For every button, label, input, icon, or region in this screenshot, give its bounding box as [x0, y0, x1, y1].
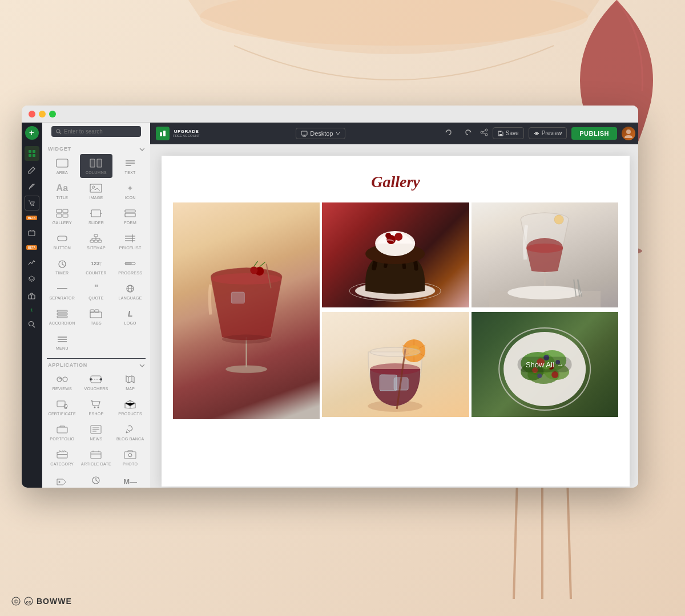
svg-rect-19	[90, 159, 95, 167]
svg-rect-29	[63, 214, 68, 217]
svg-rect-35	[58, 236, 67, 241]
user-avatar[interactable]	[622, 127, 635, 140]
upgrade-button[interactable]: UPGRADE FREE ACCOUNT	[173, 129, 200, 137]
widget-tabs[interactable]: TABS	[80, 305, 113, 329]
layers-icon[interactable]	[25, 271, 39, 286]
app-certificate[interactable]: CERTIFICATE	[46, 395, 79, 419]
preview-button[interactable]: Preview	[529, 127, 567, 139]
widget-language[interactable]: LANGUAGE	[114, 279, 147, 303]
svg-rect-37	[90, 240, 94, 242]
svg-rect-39	[98, 240, 102, 242]
close-dot[interactable]	[29, 111, 35, 117]
copyright-area: © cc BOWWE	[11, 597, 72, 606]
application-grid: REVIEWS VOUCHERS MAP CERTIFICATE	[42, 370, 150, 488]
svg-point-75	[98, 407, 99, 408]
widget-gallery[interactable]: GALLERY	[46, 204, 79, 228]
widget-icon[interactable]: ✦ ICON	[114, 179, 147, 203]
redo-button[interactable]	[461, 127, 476, 140]
widget-progress[interactable]: PROGRESS	[114, 254, 147, 278]
svg-point-122	[385, 233, 391, 238]
svg-rect-56	[57, 310, 67, 312]
widget-columns[interactable]: COLUMNS	[80, 154, 113, 178]
svg-point-139	[370, 347, 420, 356]
beta-badge-cart: BETA	[26, 216, 37, 220]
app-article-date[interactable]: ARTICLE DATE	[80, 445, 113, 469]
app-eshop[interactable]: ESHOP	[80, 395, 113, 419]
widget-title[interactable]: Aa TITLE	[46, 179, 79, 203]
undo-button[interactable]	[441, 127, 456, 140]
svg-rect-11	[29, 231, 35, 236]
crm-icon[interactable]	[25, 225, 39, 240]
cart-icon[interactable]	[25, 196, 39, 210]
svg-rect-20	[97, 159, 102, 167]
app-portfolio[interactable]: PORTFOLIO	[46, 420, 79, 444]
widget-menu[interactable]: MENU	[46, 330, 79, 354]
svg-rect-82	[91, 452, 101, 459]
app-products[interactable]: PRODUCTS	[114, 395, 147, 419]
app-blog-banca[interactable]: BLOG BANCA	[114, 420, 147, 444]
gallery-item-cocktail-large[interactable]	[173, 202, 320, 419]
svg-point-127	[554, 215, 563, 224]
svg-point-103	[535, 132, 538, 135]
widget-pricelist[interactable]: PRICELIST	[114, 229, 147, 253]
widget-counter[interactable]: 123↑ COUNTER	[80, 254, 113, 278]
app-photo[interactable]: PHOTO	[114, 445, 147, 469]
widget-quote[interactable]: " QUOTE	[80, 279, 113, 303]
analytics-icon[interactable]	[25, 255, 39, 270]
gift-icon[interactable]	[25, 288, 39, 303]
svg-point-152	[537, 374, 542, 378]
widget-text[interactable]: TEXT	[114, 154, 147, 178]
svg-rect-81	[57, 455, 67, 458]
app-title[interactable]: M— TITLE	[114, 471, 147, 488]
svg-rect-7	[29, 154, 31, 157]
search-input[interactable]	[64, 128, 136, 135]
app-reviews[interactable]: REVIEWS	[46, 370, 79, 394]
app-vouchers[interactable]: VOUCHERS	[80, 370, 113, 394]
app-reading-time[interactable]: READING TIME	[80, 471, 113, 488]
app-category[interactable]: CATEGORY	[46, 445, 79, 469]
widget-area[interactable]: AREA	[46, 154, 79, 178]
widget-timer[interactable]: TIMER	[46, 254, 79, 278]
svg-point-9	[31, 205, 33, 206]
device-selector[interactable]: Desktop	[296, 128, 345, 139]
show-all-button[interactable]: Show All →	[518, 357, 572, 372]
widget-accordion[interactable]: ACCORDION	[46, 305, 79, 329]
application-section-header[interactable]: APPLICATION	[42, 360, 150, 370]
publish-button[interactable]: PUBLISH	[571, 127, 617, 140]
app-tags[interactable]: TAGS	[46, 471, 79, 488]
widget-grid: AREA COLUMNS TEXT Aa TI	[42, 154, 150, 357]
app-map[interactable]: MAP	[114, 370, 147, 394]
minimize-dot[interactable]	[39, 111, 46, 117]
seo-icon[interactable]	[25, 317, 39, 331]
widget-button[interactable]: BUTTON	[46, 229, 79, 253]
add-widget-button[interactable]: +	[25, 126, 39, 140]
widget-form[interactable]: FORM	[114, 204, 147, 228]
share-button[interactable]	[480, 128, 488, 138]
app-news[interactable]: NEWS	[80, 420, 113, 444]
svg-point-150	[551, 371, 558, 378]
save-button[interactable]: Save	[493, 127, 524, 139]
widget-section-header[interactable]: WIDGET	[42, 144, 150, 154]
widget-logo[interactable]: L LOGO	[114, 305, 147, 329]
search-bar[interactable]	[51, 126, 141, 137]
gallery-item-cocktail-small[interactable]	[322, 312, 469, 419]
svg-rect-92	[163, 131, 166, 136]
maximize-dot[interactable]	[49, 111, 56, 117]
app-logo	[156, 127, 170, 140]
edit-icon[interactable]	[25, 163, 39, 177]
brush-icon[interactable]	[25, 179, 39, 194]
gallery-item-wine-glass[interactable]	[472, 202, 618, 310]
svg-point-128	[507, 286, 582, 299]
widget-separator[interactable]: SEPARATOR	[46, 279, 79, 303]
svg-text:©: ©	[14, 599, 18, 605]
svg-point-66	[63, 377, 67, 382]
widget-image[interactable]: IMAGE	[80, 179, 113, 203]
widget-sitemap[interactable]: SITEMAP	[80, 229, 113, 253]
gallery-item-show-all[interactable]: Show All →	[472, 312, 618, 417]
widget-slider[interactable]: SLIDER	[80, 204, 113, 228]
svg-point-74	[94, 407, 96, 408]
gallery-item-cake[interactable]	[322, 202, 469, 310]
svg-point-98	[481, 131, 483, 133]
svg-point-97	[485, 133, 487, 136]
pages-icon[interactable]	[25, 146, 39, 161]
